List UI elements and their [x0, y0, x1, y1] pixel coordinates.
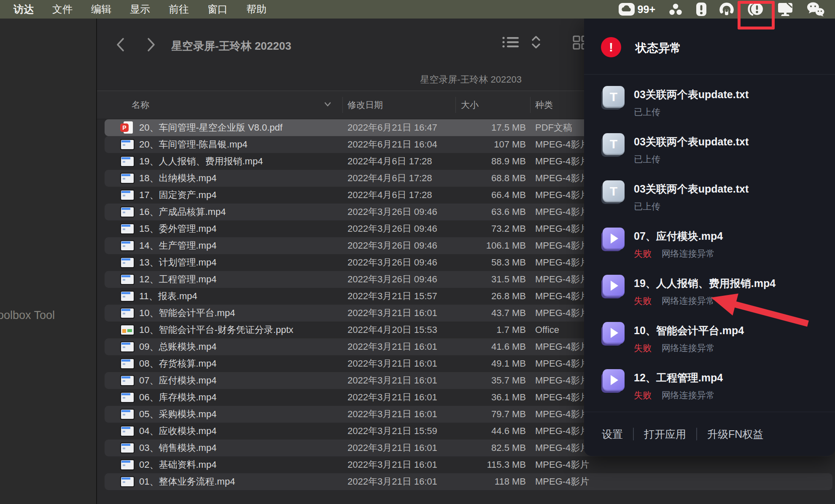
column-header-size[interactable]: 大小 [461, 91, 479, 119]
file-date: 2022年3月21日 16:01 [347, 440, 437, 456]
file-date: 2022年6月21日 16:04 [347, 136, 437, 153]
display-icon[interactable] [777, 2, 794, 16]
file-name: 13、计划管理.mp4 [139, 254, 216, 271]
cluster-share-icon[interactable] [668, 3, 683, 16]
column-header-kind[interactable]: 种类 [535, 91, 553, 119]
upload-item-status: 失败 网络连接异常 [634, 389, 715, 401]
upload-item-name: 07、应付模块.mp4 [634, 229, 723, 243]
divider [584, 412, 835, 412]
file-size: 63.6 MB [430, 204, 526, 220]
menu-item[interactable]: 文件 [43, 0, 82, 19]
file-name: 01、整体业务流程.mp4 [139, 473, 235, 490]
upload-item-status: 失败 网络连接异常 [634, 342, 715, 354]
status-detail: 网络连接异常 [662, 249, 715, 258]
forward-button[interactable] [146, 36, 159, 53]
footer-divider [696, 428, 697, 440]
file-kind: MPEG-4影片 [535, 473, 589, 490]
file-date: 2022年6月21日 16:47 [347, 119, 437, 136]
upgrade-link[interactable]: 升级FN权益 [707, 427, 763, 441]
back-button[interactable] [115, 36, 127, 53]
cloud-sync-badge[interactable]: 99+ [618, 3, 655, 16]
upload-item-name: 12、工程管理.mp4 [634, 371, 723, 385]
file-kind: MPEG-4影片 [535, 271, 589, 288]
upload-item[interactable]: 07、应付模块.mp4 失败 网络连接异常 [584, 223, 835, 271]
menu-item[interactable]: 编辑 [82, 0, 121, 19]
menu-item[interactable]: 显示 [121, 0, 159, 19]
file-kind: MPEG-4影片 [535, 136, 589, 153]
list-view-icon[interactable] [502, 35, 520, 51]
file-kind: MPEG-4影片 [535, 406, 589, 423]
divider [584, 74, 835, 75]
video-file-icon [120, 459, 135, 470]
menu-item[interactable]: 帮助 [237, 0, 276, 19]
file-date: 2022年3月21日 16:01 [347, 355, 437, 372]
column-header-date[interactable]: 修改日期 [347, 91, 383, 119]
text-file-icon: T [603, 133, 625, 155]
upload-item[interactable]: T 03关联两个表update.txt 已上传 [584, 129, 835, 176]
app-menu-finder[interactable]: 访达 [4, 0, 43, 19]
file-size: 68.8 MB [430, 170, 526, 187]
screen: oolbox Tool 星空录屏-王玲林 202203 [0, 0, 835, 504]
upload-item-name: 03关联两个表update.txt [634, 88, 749, 102]
status-detail: 网络连接异常 [662, 343, 715, 353]
file-date: 2022年3月21日 16:01 [347, 338, 437, 355]
video-file-icon [120, 206, 135, 217]
video-file-icon [120, 139, 135, 150]
open-app-link[interactable]: 打开应用 [644, 427, 686, 441]
alert-square-icon[interactable] [696, 2, 707, 16]
file-kind: MPEG-4影片 [535, 305, 589, 322]
file-name: 08、存货核算.mp4 [139, 355, 216, 372]
column-divider [530, 97, 531, 113]
file-name: 16、产成品核算.mp4 [139, 204, 226, 220]
file-kind: MPEG-4影片 [535, 389, 589, 406]
file-size: 66.4 MB [430, 187, 526, 204]
file-date: 2022年4月6日 17:28 [347, 187, 432, 204]
upload-item-status: 失败 网络连接异常 [634, 248, 715, 260]
video-file-icon [603, 228, 625, 249]
file-name: 11、报表.mp4 [139, 288, 197, 305]
menu-item[interactable]: 窗口 [198, 0, 237, 19]
video-file-icon [120, 291, 135, 302]
upload-item-list: T 03关联两个表update.txt 已上传 T 03关联两个表update.… [584, 82, 835, 412]
upload-item[interactable]: T 03关联两个表update.txt 已上传 [584, 82, 835, 129]
video-file-icon [603, 322, 625, 344]
pptx-file-icon [120, 324, 135, 335]
video-file-icon [603, 275, 625, 297]
file-date: 2022年3月21日 16:01 [347, 372, 437, 389]
file-kind: MPEG-4影片 [535, 170, 589, 187]
file-date: 2022年3月26日 09:46 [347, 271, 437, 288]
menu-bar: 访达 文件编辑显示前往窗口帮助 99+ [0, 0, 835, 19]
openvpn-icon[interactable] [719, 3, 734, 16]
file-kind: MPEG-4影片 [535, 372, 589, 389]
file-size: 82.5 MB [430, 440, 526, 456]
menu-item[interactable]: 前往 [159, 0, 198, 19]
file-name: 19、人人报销、费用报销.mp4 [139, 153, 263, 170]
file-size: 26.8 MB [430, 288, 526, 305]
video-file-icon [120, 409, 135, 420]
video-file-icon [120, 392, 135, 403]
wechat-icon[interactable] [806, 2, 825, 17]
video-file-icon [120, 257, 135, 268]
file-date: 2022年4月20日 15:53 [347, 322, 437, 338]
column-divider [342, 97, 343, 113]
file-kind: MPEG-4影片 [535, 288, 589, 305]
file-name: 20、车间管理-陈昌银.mp4 [139, 136, 248, 153]
file-date: 2022年3月21日 16:01 [347, 305, 437, 322]
file-kind: MPEG-4影片 [535, 204, 589, 220]
settings-link[interactable]: 设置 [602, 427, 623, 441]
file-name: 15、委外管理.mp4 [139, 220, 216, 237]
file-size: 107 MB [430, 136, 526, 153]
column-header-name[interactable]: 名称 [132, 91, 149, 119]
file-date: 2022年4月6日 17:28 [347, 153, 432, 170]
table-row[interactable]: 01、整体业务流程.mp4 2022年3月21日 16:01 118 MB MP… [97, 473, 835, 490]
file-date: 2022年3月21日 15:57 [347, 288, 437, 305]
upload-item[interactable]: 12、工程管理.mp4 失败 网络连接异常 [584, 365, 835, 412]
upload-item[interactable]: T 03关联两个表update.txt 已上传 [584, 176, 835, 223]
pdf-file-icon: P [120, 121, 134, 134]
table-row[interactable]: 02、基础资料.mp4 2022年3月21日 16:01 115.3 MB MP… [97, 456, 835, 473]
view-options-chevron-icon[interactable] [531, 35, 541, 51]
upload-item-name: 03关联两个表update.txt [634, 182, 749, 196]
file-size: 106.1 MB [430, 237, 526, 254]
file-name: 10、智能会计平台-财务凭证分录.pptx [139, 322, 294, 338]
file-size: 35.7 MB [430, 372, 526, 389]
